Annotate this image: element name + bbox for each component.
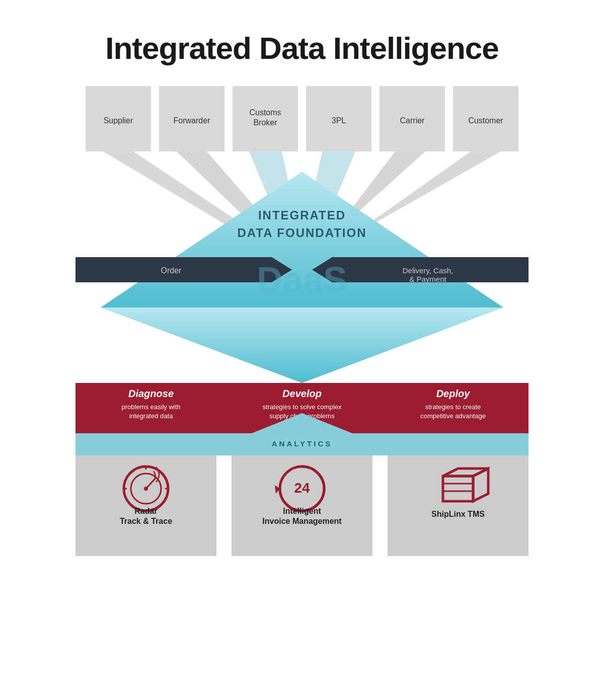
integrated-label: INTEGRATED — [258, 208, 346, 222]
page-container: Integrated Data Intelligence Supplier Fo… — [40, 0, 564, 554]
customs-broker-label2: Broker — [253, 118, 277, 127]
delivery-label2: & Payment — [409, 275, 446, 283]
diagnose-desc1: problems easily with — [121, 403, 180, 411]
radar-label1: Radar — [134, 507, 157, 515]
deploy-title: Deploy — [436, 388, 471, 399]
daas-label: DaaS — [257, 260, 347, 300]
radar-tile — [76, 455, 216, 556]
customs-broker-label: Customs — [249, 108, 281, 117]
order-label: Order — [161, 266, 182, 275]
lower-triangle — [101, 307, 503, 383]
diagnose-desc2: integrated data — [129, 412, 174, 420]
invoice-label1: Intelligent — [283, 507, 321, 515]
deploy-desc2: competitive advantage — [420, 412, 486, 420]
shiplinx-label: ShipLinx TMS — [431, 510, 485, 518]
carrier-label: Carrier — [400, 116, 425, 125]
analytics-label: ANALYTICS — [272, 439, 332, 448]
develop-title: Develop — [282, 388, 322, 399]
delivery-label: Delivery, Cash, — [403, 266, 454, 275]
deploy-desc1: strategies to create — [425, 403, 481, 411]
forwarder-label: Forwarder — [174, 116, 211, 125]
invoice-24: 24 — [294, 480, 310, 496]
shiplinx-tile — [388, 455, 528, 556]
page-title: Integrated Data Intelligence — [105, 30, 499, 66]
radar-center-dot — [144, 487, 148, 491]
diagnose-title: Diagnose — [128, 388, 174, 399]
diagram-svg: Supplier Forwarder Customs Broker 3PL Ca… — [76, 86, 528, 524]
radar-label2: Track & Trace — [120, 517, 172, 525]
supplier-label: Supplier — [104, 116, 133, 125]
invoice-tile — [232, 455, 372, 556]
data-foundation-label: DATA FOUNDATION — [237, 226, 366, 240]
develop-desc1: strategies to solve complex — [263, 403, 342, 411]
invoice-label2: Invoice Management — [262, 517, 342, 525]
customer-label: Customer — [468, 116, 503, 125]
3pl-label: 3PL — [332, 116, 346, 125]
